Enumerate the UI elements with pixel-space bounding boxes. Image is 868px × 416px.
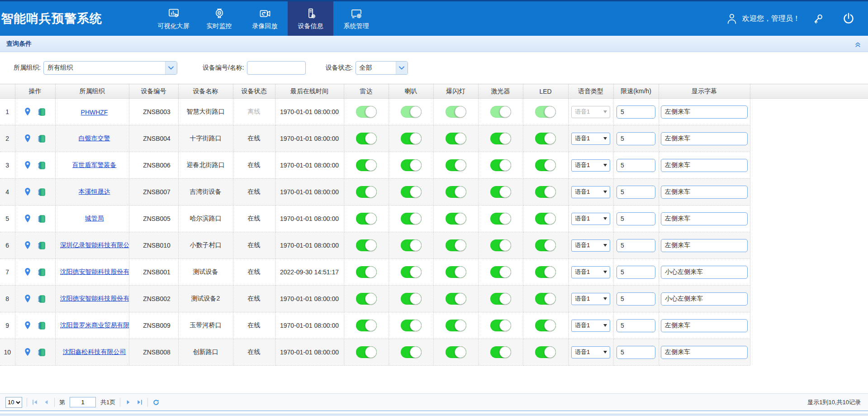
laser-toggle[interactable] — [490, 320, 511, 331]
radar-toggle[interactable] — [356, 186, 377, 198]
nav-item-1[interactable]: 可视化大屏 — [151, 1, 196, 36]
strobe-toggle[interactable] — [446, 293, 466, 305]
horn-toggle[interactable] — [401, 320, 422, 331]
voice-type-select[interactable]: 语音1 — [571, 346, 610, 359]
led-toggle[interactable] — [535, 239, 556, 251]
radar-toggle[interactable] — [356, 320, 377, 331]
locate-pin-icon[interactable] — [24, 160, 32, 170]
strobe-toggle[interactable] — [446, 213, 466, 225]
led-toggle[interactable] — [535, 133, 556, 144]
chevron-down-icon[interactable] — [165, 62, 177, 74]
locate-pin-icon[interactable] — [24, 214, 32, 224]
led-toggle[interactable] — [535, 346, 556, 358]
voice-type-select[interactable]: 语音1 — [571, 213, 610, 225]
horn-toggle[interactable] — [401, 239, 422, 251]
caption-input[interactable] — [661, 346, 748, 359]
voice-type-select[interactable]: 语音1 — [571, 186, 610, 198]
caption-input[interactable] — [661, 105, 748, 119]
power-icon[interactable] — [842, 12, 855, 25]
horn-toggle[interactable] — [401, 186, 422, 198]
caption-input[interactable] — [661, 212, 748, 225]
strobe-toggle[interactable] — [446, 346, 466, 358]
locate-pin-icon[interactable] — [24, 240, 32, 250]
collapse-panel-button[interactable] — [854, 40, 862, 48]
device-code-name-input[interactable] — [247, 61, 306, 75]
device-log-icon[interactable] — [37, 241, 47, 250]
caption-input[interactable] — [661, 159, 748, 172]
horn-toggle[interactable] — [401, 266, 422, 278]
nav-item-3[interactable]: 录像回放 — [242, 1, 288, 36]
voice-type-select[interactable]: 语音1 — [571, 320, 610, 332]
strobe-toggle[interactable] — [446, 106, 466, 118]
radar-toggle[interactable] — [356, 106, 377, 118]
last-page-button[interactable] — [136, 399, 143, 406]
refresh-button[interactable] — [152, 399, 160, 406]
first-page-button[interactable] — [32, 399, 38, 406]
strobe-toggle[interactable] — [446, 133, 466, 144]
caption-input[interactable] — [661, 292, 748, 306]
key-icon[interactable] — [812, 12, 825, 25]
org-link[interactable]: 深圳亿录智能科技有限公 — [60, 241, 129, 249]
caption-input[interactable] — [661, 132, 748, 145]
device-log-icon[interactable] — [37, 187, 47, 197]
horn-toggle[interactable] — [401, 159, 422, 171]
org-link[interactable]: 白银市交警 — [79, 134, 110, 143]
led-toggle[interactable] — [535, 266, 556, 278]
nav-item-2[interactable]: 实时监控 — [196, 1, 242, 36]
voice-type-select[interactable]: 语音1 — [571, 133, 610, 145]
speed-limit-input[interactable] — [617, 212, 655, 225]
laser-toggle[interactable] — [490, 346, 511, 358]
radar-toggle[interactable] — [356, 213, 377, 225]
speed-limit-input[interactable] — [617, 239, 655, 252]
laser-toggle[interactable] — [490, 159, 511, 171]
device-log-icon[interactable] — [37, 107, 47, 117]
org-link[interactable]: PHWHZF — [81, 109, 108, 116]
radar-toggle[interactable] — [356, 239, 377, 251]
org-filter-select[interactable]: 所有组织 — [43, 61, 177, 75]
strobe-toggle[interactable] — [446, 186, 466, 198]
horn-toggle[interactable] — [401, 346, 422, 358]
strobe-toggle[interactable] — [446, 320, 466, 331]
locate-pin-icon[interactable] — [24, 347, 32, 357]
device-log-icon[interactable] — [37, 268, 47, 277]
chevron-down-icon[interactable] — [396, 62, 408, 74]
voice-type-select[interactable]: 语音1 — [571, 266, 610, 278]
locate-pin-icon[interactable] — [24, 320, 32, 330]
laser-toggle[interactable] — [490, 186, 511, 198]
device-log-icon[interactable] — [37, 134, 47, 143]
voice-type-select[interactable]: 语音1 — [571, 106, 610, 118]
next-page-button[interactable] — [125, 399, 132, 406]
led-toggle[interactable] — [535, 293, 556, 305]
radar-toggle[interactable] — [356, 293, 377, 305]
voice-type-select[interactable]: 语音1 — [571, 239, 610, 252]
org-link[interactable]: 沈阳德安智能科技股份有 — [60, 268, 129, 276]
radar-toggle[interactable] — [356, 266, 377, 278]
org-link[interactable]: 沈阳鑫松科技有限公司 — [63, 348, 126, 356]
locate-pin-icon[interactable] — [24, 134, 32, 143]
nav-item-4[interactable]: 设备信息 — [288, 1, 333, 36]
radar-toggle[interactable] — [356, 346, 377, 358]
speed-limit-input[interactable] — [617, 159, 655, 172]
status-filter-select[interactable]: 全部 — [356, 61, 408, 75]
device-log-icon[interactable] — [37, 321, 47, 330]
page-number-input[interactable] — [70, 397, 96, 407]
led-toggle[interactable] — [535, 186, 556, 198]
caption-input[interactable] — [661, 239, 748, 252]
voice-type-select[interactable]: 语音1 — [571, 293, 610, 305]
device-log-icon[interactable] — [37, 294, 47, 304]
led-toggle[interactable] — [535, 320, 556, 331]
speed-limit-input[interactable] — [617, 132, 655, 145]
led-toggle[interactable] — [535, 106, 556, 118]
speed-limit-input[interactable] — [617, 186, 655, 199]
laser-toggle[interactable] — [490, 266, 511, 278]
strobe-toggle[interactable] — [446, 159, 466, 171]
locate-pin-icon[interactable] — [24, 267, 32, 277]
radar-toggle[interactable] — [356, 133, 377, 144]
laser-toggle[interactable] — [490, 239, 511, 251]
locate-pin-icon[interactable] — [24, 294, 32, 304]
speed-limit-input[interactable] — [617, 292, 655, 306]
laser-toggle[interactable] — [490, 106, 511, 118]
org-link[interactable]: 沈阳德安智能科技股份有 — [60, 295, 129, 303]
speed-limit-input[interactable] — [617, 346, 655, 359]
device-log-icon[interactable] — [37, 214, 47, 224]
